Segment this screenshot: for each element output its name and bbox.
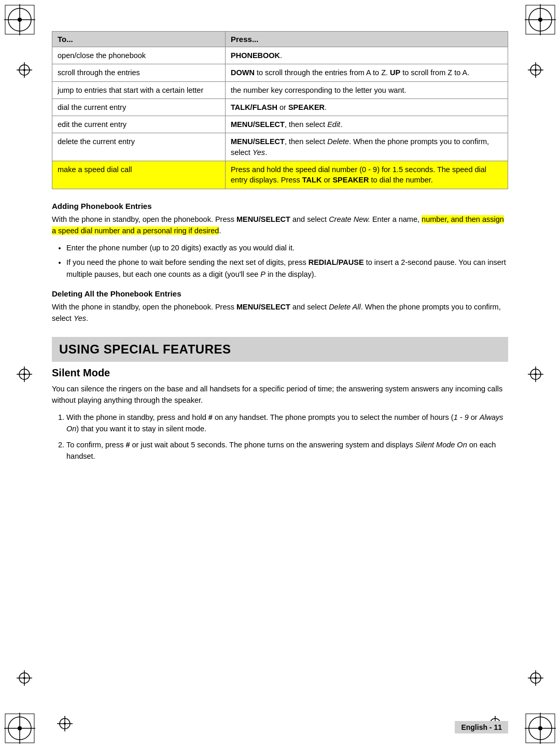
list-item: To confirm, press # or just wait about 5…	[66, 439, 508, 462]
table-row: edit the current entry MENU/SELECT, then…	[52, 116, 508, 133]
table-row: scroll through the entries DOWN to scrol…	[52, 64, 508, 81]
silent-mode-title: Silent Mode	[52, 367, 508, 379]
table-cell-press: MENU/SELECT, then select Edit.	[226, 116, 508, 133]
corner-mark-tl	[4, 4, 35, 35]
table-cell-action-speed-dial: make a speed dial call	[52, 161, 226, 189]
table-cell-action: open/close the phonebook	[52, 47, 226, 64]
table-cell-press: DOWN to scroll through the entries from …	[226, 64, 508, 81]
deleting-phonebook-section: Deleting All the Phonebook Entries With …	[52, 289, 508, 324]
table-cell-press-speed-dial: Press and hold the speed dial number (0 …	[226, 161, 508, 189]
table-header-press: Press...	[226, 32, 508, 47]
table-header-to: To...	[52, 32, 226, 47]
table-row-speed-dial: make a speed dial call Press and hold th…	[52, 161, 508, 189]
silent-mode-section: Silent Mode You can silence the ringers …	[52, 367, 508, 462]
page-number: English - 11	[455, 721, 508, 733]
list-item: If you need the phone to wait before sen…	[66, 257, 508, 280]
reg-mark-left-top	[17, 62, 32, 78]
list-item: Enter the phone number (up to 20 digits)…	[66, 242, 508, 253]
table-cell-action: dial the current entry	[52, 98, 226, 116]
list-item: With the phone in standby, press and hol…	[66, 412, 508, 435]
silent-mode-intro: You can silence the ringers on the base …	[52, 383, 508, 406]
reg-mark-right-bot	[528, 670, 543, 686]
table-cell-press: the number key corresponding to the lett…	[226, 81, 508, 98]
main-content: To... Press... open/close the phonebook …	[52, 31, 508, 462]
adding-phonebook-bullets: Enter the phone number (up to 20 digits)…	[66, 242, 508, 280]
reg-mark-right-mid	[528, 366, 543, 382]
corner-mark-tr	[525, 4, 556, 35]
table-row: delete the current entry MENU/SELECT, th…	[52, 133, 508, 161]
table-row: dial the current entry TALK/FLASH or SPE…	[52, 98, 508, 116]
corner-mark-bl	[4, 713, 35, 744]
reg-mark-bot-left	[57, 716, 73, 731]
reg-mark-left-bot	[17, 670, 32, 686]
phonebook-table: To... Press... open/close the phonebook …	[52, 31, 508, 189]
silent-mode-steps: With the phone in standby, press and hol…	[66, 412, 508, 462]
special-features-title: USING SPECIAL FEATURES	[59, 342, 231, 356]
table-cell-action: scroll through the entries	[52, 64, 226, 81]
adding-phonebook-body: With the phone in standby, open the phon…	[52, 214, 508, 237]
reg-mark-left-mid	[17, 366, 32, 382]
corner-mark-br	[525, 713, 556, 744]
deleting-phonebook-heading: Deleting All the Phonebook Entries	[52, 289, 508, 298]
table-cell-action: delete the current entry	[52, 133, 226, 161]
table-row: open/close the phonebook PHONEBOOK.	[52, 47, 508, 64]
special-features-banner: USING SPECIAL FEATURES	[52, 337, 508, 362]
adding-phonebook-section: Adding Phonebook Entries With the phone …	[52, 202, 508, 280]
reg-mark-right-top	[528, 62, 543, 78]
table-cell-press: TALK/FLASH or SPEAKER.	[226, 98, 508, 116]
table-cell-action: edit the current entry	[52, 116, 226, 133]
table-cell-press: MENU/SELECT, then select Delete. When th…	[226, 133, 508, 161]
table-cell-action: jump to entries that start with a certai…	[52, 81, 226, 98]
table-cell-press: PHONEBOOK.	[226, 47, 508, 64]
deleting-phonebook-body: With the phone in standby, open the phon…	[52, 301, 508, 324]
adding-phonebook-heading: Adding Phonebook Entries	[52, 202, 508, 210]
table-row: jump to entries that start with a certai…	[52, 81, 508, 98]
